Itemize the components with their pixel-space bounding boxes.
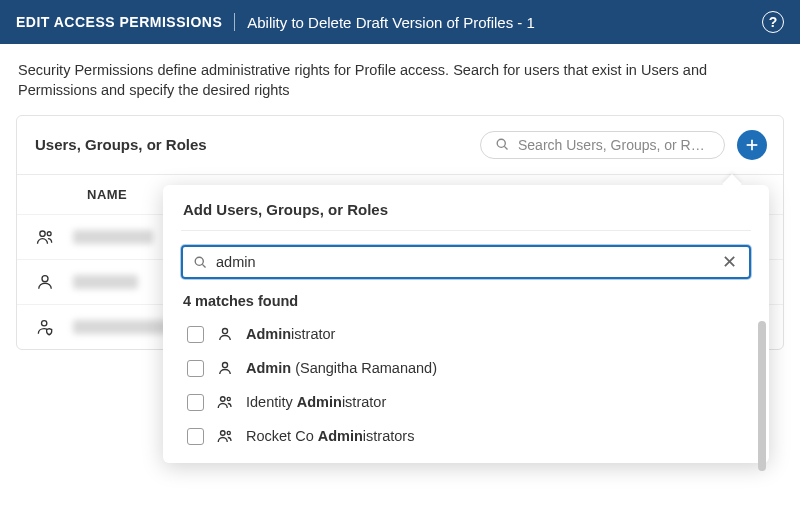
page-title: EDIT ACCESS PERMISSIONS [16,14,222,30]
svg-point-11 [222,362,227,367]
svg-point-12 [221,397,226,402]
result-label: Identity Administrator [246,394,386,410]
scrollbar[interactable] [758,321,766,471]
popover-search-input[interactable]: ✕ [181,245,751,279]
column-name: NAME [35,187,127,202]
help-icon[interactable]: ? [762,11,784,33]
result-item[interactable]: Rocket Co Administrators [183,419,751,453]
page-header: EDIT ACCESS PERMISSIONS Ability to Delet… [0,0,800,44]
user-icon [35,272,55,292]
matches-count: 4 matches found [163,291,769,317]
redacted-name [73,275,138,289]
svg-point-7 [42,320,47,325]
svg-point-5 [47,231,51,235]
redacted-name [73,230,153,244]
result-checkbox[interactable] [187,394,204,411]
svg-point-10 [222,328,227,333]
page-subtitle: Ability to Delete Draft Version of Profi… [247,14,535,31]
title-divider [234,13,235,31]
svg-point-6 [42,275,48,281]
group-icon [216,427,234,445]
popover-title: Add Users, Groups, or Roles [163,201,769,230]
result-label: Rocket Co Administrators [246,428,414,444]
search-icon [495,137,510,152]
svg-point-14 [221,431,226,436]
result-label: Admin (Sangitha Ramanand) [246,360,437,376]
panel-search-input[interactable]: Search Users, Groups, or R… [480,131,725,159]
search-icon [193,255,208,270]
result-item[interactable]: Admin (Sangitha Ramanand) [183,351,751,385]
panel-title: Users, Groups, or Roles [35,136,468,153]
result-item[interactable]: Identity Administrator [183,385,751,419]
result-label: Administrator [246,326,335,342]
popover-divider [181,230,751,231]
panel-search-placeholder: Search Users, Groups, or R… [518,137,705,153]
result-checkbox[interactable] [187,360,204,377]
group-icon [35,227,55,247]
result-checkbox[interactable] [187,428,204,445]
add-button[interactable] [737,130,767,160]
svg-line-1 [504,146,507,149]
description-text: Security Permissions define administrati… [0,44,800,115]
popover-search-field[interactable] [216,254,712,270]
clear-icon[interactable]: ✕ [720,253,739,271]
svg-point-8 [195,257,203,265]
redacted-name [73,320,168,334]
user-shield-icon [35,317,55,337]
svg-point-15 [227,431,230,434]
user-icon [216,325,234,343]
plus-icon [744,137,760,153]
add-popover: Add Users, Groups, or Roles ✕ 4 matches … [163,185,769,463]
svg-point-0 [497,139,505,147]
result-checkbox[interactable] [187,326,204,343]
svg-point-4 [40,231,45,236]
svg-line-9 [202,264,205,267]
group-icon [216,393,234,411]
user-icon [216,359,234,377]
panel-header: Users, Groups, or Roles Search Users, Gr… [17,116,783,174]
svg-point-13 [227,397,230,400]
result-item[interactable]: Administrator [183,317,751,351]
results-list: Administrator Admin (Sangitha Ramanand) … [163,317,769,463]
